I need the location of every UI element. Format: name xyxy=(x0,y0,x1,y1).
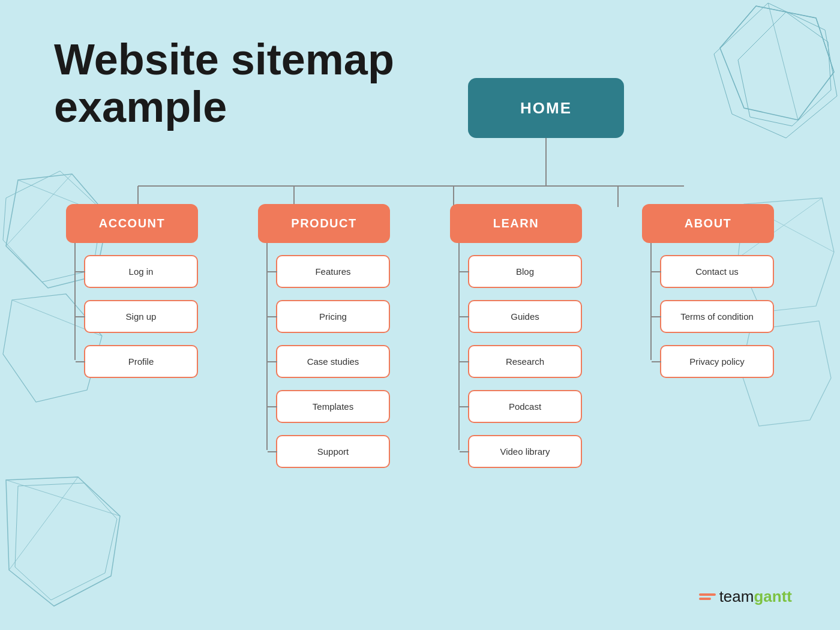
deco-top-right xyxy=(708,0,840,168)
svg-line-5 xyxy=(720,6,756,48)
branch-header-account[interactable]: ACCOUNT xyxy=(66,204,198,243)
branch-account: ACCOUNT Log in Sign up Profile xyxy=(60,204,204,468)
home-label: HOME xyxy=(520,99,572,118)
branch-about: ABOUT Contact us Terms of condition Priv… xyxy=(636,204,780,468)
list-item[interactable]: Contact us xyxy=(660,255,774,288)
logo-text: teamgantt xyxy=(719,587,792,606)
branch-label-learn: LEARN xyxy=(493,217,539,230)
svg-marker-2 xyxy=(738,12,831,126)
list-item[interactable]: Research xyxy=(468,345,582,378)
list-item[interactable]: Guides xyxy=(468,300,582,333)
list-item[interactable]: Features xyxy=(276,255,390,288)
svg-line-15 xyxy=(6,480,120,516)
svg-marker-13 xyxy=(6,477,120,606)
list-item[interactable]: Support xyxy=(276,435,390,468)
list-item[interactable]: Sign up xyxy=(84,300,198,333)
branch-items-product: Features Pricing Case studies Templates … xyxy=(258,243,390,468)
list-item[interactable]: Video library xyxy=(468,435,582,468)
branch-header-about[interactable]: ABOUT xyxy=(642,204,774,243)
list-item[interactable]: Case studies xyxy=(276,345,390,378)
deco-bottom-left xyxy=(0,474,132,630)
branch-header-learn[interactable]: LEARN xyxy=(450,204,582,243)
svg-line-6 xyxy=(768,3,798,120)
branch-label-about: ABOUT xyxy=(685,217,732,230)
teamgantt-logo: teamgantt xyxy=(699,587,792,606)
branch-label-product: PRODUCT xyxy=(291,217,356,230)
svg-line-17 xyxy=(54,576,111,606)
page-title: Website sitemap example xyxy=(54,36,402,131)
list-item[interactable]: Templates xyxy=(276,390,390,423)
title-line1: Website sitemap xyxy=(54,35,394,83)
branch-items-learn: Blog Guides Research Podcast Video libra… xyxy=(450,243,582,468)
logo-gantt: gantt xyxy=(754,587,792,605)
list-item[interactable]: Log in xyxy=(84,255,198,288)
svg-line-3 xyxy=(756,6,816,18)
title-line2: example xyxy=(54,83,227,131)
list-item[interactable]: Pricing xyxy=(276,300,390,333)
branch-items-account: Log in Sign up Profile xyxy=(66,243,198,378)
branches-container: ACCOUNT Log in Sign up Profile PRODUCT F… xyxy=(60,204,780,468)
branch-header-product[interactable]: PRODUCT xyxy=(258,204,390,243)
svg-marker-1 xyxy=(714,3,837,138)
svg-line-4 xyxy=(816,18,834,72)
branch-product: PRODUCT Features Pricing Case studies Te… xyxy=(252,204,396,468)
list-item[interactable]: Podcast xyxy=(468,390,582,423)
logo-icon xyxy=(699,593,716,600)
branch-learn: LEARN Blog Guides Research Podcast Video… xyxy=(444,204,588,468)
list-item[interactable]: Terms of condition xyxy=(660,300,774,333)
logo-bar-2 xyxy=(699,598,711,600)
branch-label-account: ACCOUNT xyxy=(99,217,166,230)
branch-items-about: Contact us Terms of condition Privacy po… xyxy=(642,243,774,378)
logo-bar-1 xyxy=(699,593,716,596)
home-box[interactable]: HOME xyxy=(468,78,624,138)
list-item[interactable]: Blog xyxy=(468,255,582,288)
logo-team: team xyxy=(719,587,754,605)
list-item[interactable]: Privacy policy xyxy=(660,345,774,378)
svg-line-16 xyxy=(9,477,78,570)
list-item[interactable]: Profile xyxy=(84,345,198,378)
